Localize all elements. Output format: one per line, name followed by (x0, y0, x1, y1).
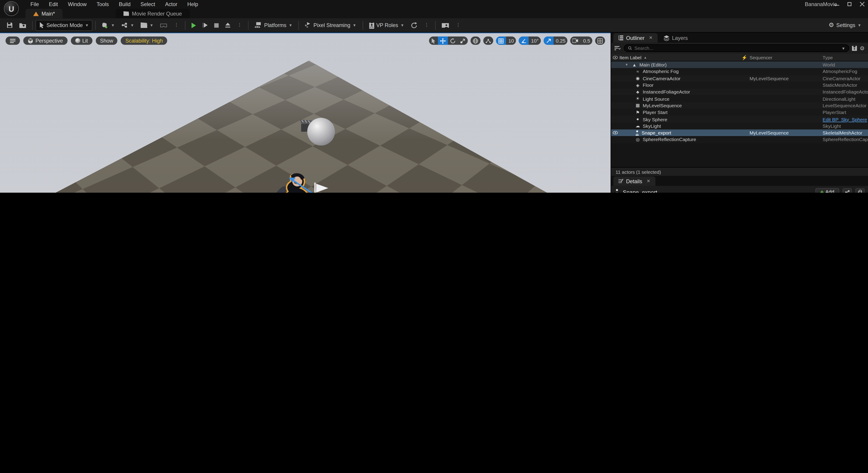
add-actor-dropdown[interactable]: ▼ (99, 20, 118, 31)
visibility-column-icon[interactable] (613, 56, 618, 59)
layers-icon (664, 35, 670, 41)
outliner-row-snape-export[interactable]: Snape_export MyLevelSequence SkeletalMes… (611, 129, 868, 136)
platforms-dropdown[interactable]: Platforms▼ (252, 20, 296, 31)
menu-edit[interactable]: Edit (44, 1, 63, 7)
grid-snap-value: 10 (506, 36, 516, 45)
rotation-snap-control[interactable]: 10° (519, 36, 541, 45)
add-component-button[interactable]: +Add (815, 188, 839, 193)
outliner-row-main[interactable]: ▼▲Main (Editor) World (611, 61, 868, 68)
menu-tools[interactable]: Tools (92, 1, 114, 7)
scale-snap-control[interactable]: 0.25 (544, 36, 568, 45)
maximize-viewport-button[interactable] (595, 36, 605, 45)
vp-roles-dropdown[interactable]: VP Roles▼ (366, 20, 407, 31)
eject-icon (225, 23, 230, 28)
column-type[interactable]: Type (823, 55, 868, 60)
outliner-row-player-start[interactable]: ⚑Player Start PlayerStart (611, 109, 868, 116)
outliner-search-input[interactable] (634, 45, 839, 51)
viewport-perspective-button[interactable]: Perspective (23, 36, 67, 45)
viewport-lit-button[interactable]: Lit (70, 36, 92, 45)
save-search-icon[interactable] (852, 45, 857, 51)
outliner-row-mylevelsequence[interactable]: ▦MyLevelSequence LevelSequenceActor (611, 102, 868, 109)
close-icon[interactable]: ✕ (647, 179, 650, 184)
filter-icon[interactable] (614, 46, 621, 51)
grid-snap-control[interactable]: 10 (496, 36, 516, 45)
settings-dropdown[interactable]: ⚙ Settings▼ (826, 20, 865, 31)
broadcast-button[interactable] (438, 20, 452, 31)
outliner-row-atmospheric-fog[interactable]: ≈Atmospheric Fog AtmosphericFog (611, 68, 868, 75)
close-icon[interactable]: ✕ (649, 35, 653, 40)
browse-content-button[interactable] (16, 20, 29, 31)
outliner-row-spherereflection[interactable]: ◎SphereReflectionCapture SphereReflectio… (611, 136, 868, 143)
frame-skip-button[interactable] (199, 20, 211, 31)
column-item-label[interactable]: Item Label▲⚡ (619, 55, 749, 60)
menu-actor[interactable]: Actor (160, 1, 182, 7)
menu-select[interactable]: Select (135, 1, 160, 7)
recompile-options[interactable]: ⋮ (421, 20, 433, 31)
select-tool[interactable] (429, 36, 438, 45)
viewport-menu-button[interactable] (6, 36, 20, 45)
column-sequencer[interactable]: Sequencer (749, 55, 823, 60)
toolbar-more-options[interactable]: ⋮ (170, 20, 182, 31)
surface-snapping-button[interactable] (484, 36, 493, 45)
outliner-row-sky-sphere[interactable]: ●Sky Sphere Edit BP_Sky_Sphere (611, 116, 868, 123)
settings-label: Settings (836, 22, 855, 28)
folder-search-icon (20, 22, 26, 28)
tab-movie-render-queue[interactable]: Movie Render Queue (116, 9, 190, 18)
tab-outliner[interactable]: Outliner ✕ (613, 33, 657, 42)
world-local-toggle[interactable] (471, 36, 480, 45)
save-icon (6, 22, 12, 28)
menu-file[interactable]: File (26, 1, 44, 7)
cinematics-clapper-icon (141, 22, 147, 28)
tab-main-level[interactable]: Main* (26, 9, 63, 18)
tab-details[interactable]: Details ✕ (613, 177, 655, 186)
viewport-show-button[interactable]: Show (96, 36, 118, 45)
pixel-streaming-dropdown[interactable]: Pixel Streaming▼ (302, 20, 360, 31)
maximize-button[interactable] (847, 2, 852, 6)
move-tool[interactable] (438, 36, 448, 45)
close-button[interactable] (860, 2, 865, 6)
convert-to-blueprint-button[interactable] (842, 188, 852, 193)
stop-button[interactable] (211, 20, 222, 31)
sequence-icon: ▦ (635, 103, 641, 108)
outliner-row-instancedfoliage[interactable]: ♣InstancedFoliageActor InstancedFoliageA… (611, 89, 868, 95)
scalability-badge[interactable]: Scalability: High (121, 36, 167, 45)
selection-mode-dropdown[interactable]: Selection Mode ▼ (35, 20, 93, 31)
outliner-row-floor[interactable]: ◈Floor StaticMeshActor (611, 82, 868, 89)
cinematics-dropdown[interactable]: ▼ (137, 20, 157, 31)
save-button[interactable] (3, 20, 16, 31)
sequencer-column-icon: ⚡ (742, 55, 750, 60)
lit-label: Lit (82, 38, 88, 44)
perspective-label: Perspective (35, 38, 63, 44)
menu-window[interactable]: Window (63, 1, 92, 7)
broadcast-options[interactable]: ⋮ (453, 20, 464, 31)
level-viewport[interactable]: Perspective Lit Show Scalability: High (0, 33, 611, 193)
play-button[interactable] (188, 20, 199, 31)
minimize-button[interactable] (834, 2, 839, 6)
outliner-row-light-source[interactable]: ☀Light Source DirectionalLight (611, 95, 868, 102)
player-start-icon: ⚑ (635, 110, 641, 115)
scale-tool[interactable] (458, 36, 468, 45)
translate-gizmo[interactable] (288, 174, 315, 193)
camera-speed-control[interactable]: 0.5 (570, 36, 592, 45)
search-icon (628, 46, 632, 51)
tab-layers[interactable]: Layers (659, 33, 693, 42)
eye-icon[interactable] (613, 131, 618, 134)
outliner-search[interactable]: ▼ (624, 44, 849, 52)
sun-icon: ☀ (635, 96, 641, 101)
search-options-chevron[interactable]: ▼ (841, 46, 845, 50)
menu-help[interactable]: Help (182, 1, 203, 7)
eject-button[interactable] (222, 20, 234, 31)
xr-tools-button[interactable] (157, 20, 170, 31)
outliner-row-cinecameraactor[interactable]: ◉CineCameraActor MyLevelSequence CineCam… (611, 75, 868, 82)
edit-blueprint-link[interactable]: Edit BP_Sky_Sphere (823, 117, 868, 122)
platforms-icon (255, 22, 262, 28)
outliner-row-skylight[interactable]: ☁SkyLight SkyLight (611, 123, 868, 129)
hamburger-icon (10, 38, 16, 43)
play-options[interactable]: ⋮ (234, 20, 245, 31)
outliner-settings-icon[interactable]: ⚙ (860, 45, 865, 51)
blueprints-dropdown[interactable]: ▼ (118, 20, 137, 31)
lock-details-button[interactable] (856, 188, 865, 193)
recompile-button[interactable] (407, 20, 421, 31)
rotate-tool[interactable] (448, 36, 458, 45)
menu-build[interactable]: Build (114, 1, 135, 7)
